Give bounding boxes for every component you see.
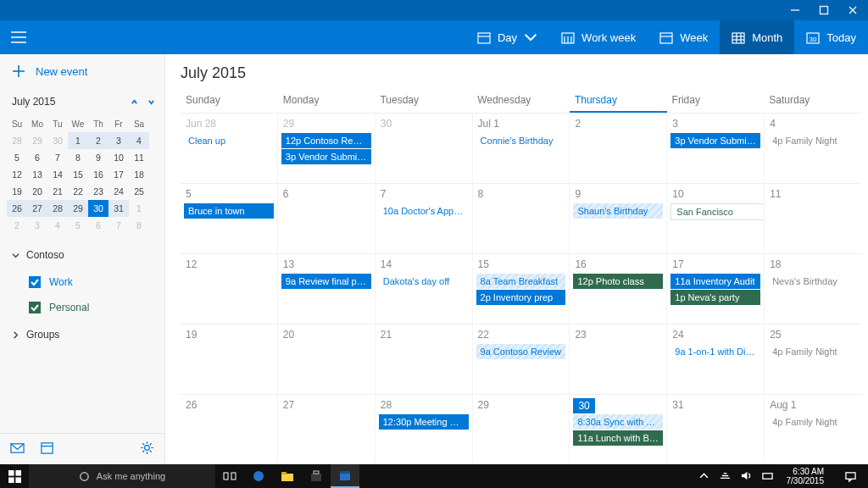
tray-chevron-icon[interactable] xyxy=(698,470,709,483)
calendar-day[interactable]: 308:30a Sync with Tony11a Lunch with Bar… xyxy=(570,395,667,464)
calendar-day[interactable]: 20 xyxy=(278,324,376,394)
calendar-event[interactable]: 2p Inventory prep xyxy=(476,290,566,305)
calendar-toggle[interactable]: Personal xyxy=(0,295,164,320)
mini-day[interactable]: 20 xyxy=(27,183,47,200)
calendar-day[interactable]: 229a Contoso Review xyxy=(473,324,570,394)
calendar-day[interactable]: 710a Doctor's Appoint xyxy=(376,184,473,253)
view-week-button[interactable]: Week xyxy=(648,20,720,54)
mini-day[interactable]: 22 xyxy=(68,183,88,200)
calendar-event[interactable]: 4p Family Night xyxy=(768,133,858,148)
view-workweek-button[interactable]: Work week xyxy=(549,20,648,54)
mini-day[interactable]: 15 xyxy=(68,166,88,183)
calendar-event[interactable]: Neva's Birthday xyxy=(768,274,858,289)
mini-day[interactable]: 2 xyxy=(7,217,27,234)
calendar-event[interactable]: Bruce in town xyxy=(184,203,274,219)
mini-day[interactable]: 24 xyxy=(108,183,129,200)
calendar-event[interactable]: 8a Team Breakfast xyxy=(476,274,566,289)
mini-day[interactable]: 28 xyxy=(7,132,27,149)
new-event-button[interactable]: New event xyxy=(0,54,164,88)
calendar-event[interactable]: 12p Photo class xyxy=(573,274,663,289)
minimize-button[interactable] xyxy=(790,5,800,15)
calendar-day[interactable]: Jun 28Clean up xyxy=(181,114,278,183)
calendar-event[interactable]: Connie's Birthday xyxy=(476,133,566,148)
calendar-day[interactable]: 31 xyxy=(667,395,765,464)
calendar-day[interactable]: 12 xyxy=(181,254,278,324)
file-explorer-button[interactable] xyxy=(273,464,302,488)
mini-day[interactable]: 5 xyxy=(68,217,88,234)
calendar-day[interactable]: 18Neva's Birthday xyxy=(765,254,861,324)
calendar-event[interactable]: 12p Contoso Review xyxy=(281,133,371,148)
calendar-event[interactable]: Clean up xyxy=(184,133,274,148)
mini-day[interactable]: 23 xyxy=(88,183,108,200)
calendar-day[interactable]: 44p Family Night xyxy=(765,114,861,183)
calendar-day[interactable]: 14Dakota's day off xyxy=(376,254,473,324)
mini-day[interactable]: 8 xyxy=(129,217,149,234)
calendar-day[interactable]: 158a Team Breakfast2p Inventory prep xyxy=(473,254,570,324)
mini-day[interactable]: 30 xyxy=(88,200,108,217)
calendar-day[interactable]: 2912p Contoso Review3p Vendor Submission… xyxy=(278,114,376,183)
mail-button[interactable] xyxy=(10,441,25,458)
calendar-day[interactable]: 2 xyxy=(570,114,667,183)
calendar-event[interactable]: 11a Lunch with Barbra xyxy=(573,430,663,446)
calendar-event[interactable]: 9a Review final project xyxy=(281,274,371,289)
calendar-day[interactable]: 30 xyxy=(376,114,473,183)
mini-prev-button[interactable] xyxy=(125,93,142,110)
mini-day[interactable]: 2 xyxy=(88,132,108,149)
action-center-button[interactable] xyxy=(837,471,863,482)
mini-day[interactable]: 13 xyxy=(27,166,47,183)
mini-day[interactable]: 19 xyxy=(7,183,27,200)
calendar-event[interactable]: 9a 1-on-1 with Diana xyxy=(670,344,760,359)
calendar-day[interactable]: 5Bruce in town xyxy=(181,184,278,253)
settings-button[interactable] xyxy=(140,441,154,458)
mini-day[interactable]: 7 xyxy=(108,217,129,234)
mini-next-button[interactable] xyxy=(142,93,159,110)
calendar-event[interactable]: 9a Contoso Review xyxy=(476,344,566,359)
mini-day[interactable]: 4 xyxy=(47,217,68,234)
mini-day[interactable]: 31 xyxy=(108,200,129,217)
taskbar-clock[interactable]: 6:30 AM 7/30/2015 xyxy=(783,467,828,485)
calendar-day[interactable]: 11 xyxy=(765,184,861,253)
calendar-day[interactable]: Jul 1Connie's Birthday xyxy=(473,114,570,183)
mini-day[interactable]: 27 xyxy=(27,200,47,217)
mini-day[interactable]: 11 xyxy=(129,149,149,166)
calendar-day[interactable]: 1612p Photo class xyxy=(570,254,667,324)
mini-day[interactable]: 12 xyxy=(7,166,27,183)
mini-day[interactable]: 16 xyxy=(88,166,108,183)
view-day-button[interactable]: Day xyxy=(465,20,549,54)
maximize-button[interactable] xyxy=(819,5,829,15)
calendar-event[interactable]: 4p Family Night xyxy=(768,344,858,359)
mini-day[interactable]: 4 xyxy=(129,132,149,149)
calendar-day[interactable]: 2812:30p Meeting with M xyxy=(376,395,473,464)
taskbar-search[interactable]: Ask me anything xyxy=(29,464,215,488)
mini-day[interactable]: 6 xyxy=(27,149,47,166)
mini-day[interactable]: 1 xyxy=(68,132,88,149)
network-icon[interactable] xyxy=(720,470,731,483)
calendar-day[interactable]: 254p Family Night xyxy=(765,324,861,394)
task-view-button[interactable] xyxy=(215,464,244,488)
mini-day[interactable]: 14 xyxy=(47,166,68,183)
calendar-event[interactable]: Dakota's day off xyxy=(379,274,469,289)
calendar-day[interactable]: 9Shaun's Birthday xyxy=(570,184,667,253)
mini-day[interactable]: 10 xyxy=(108,149,129,166)
calendar-event[interactable]: 12:30p Meeting with M xyxy=(379,414,469,430)
mini-day[interactable]: 17 xyxy=(108,166,129,183)
mini-calendar[interactable]: SuMoTuWeThFrSa28293012345678910111213141… xyxy=(0,115,164,241)
view-month-button[interactable]: Month xyxy=(720,20,794,54)
calendar-event[interactable]: 4p Family Night xyxy=(768,414,858,430)
calendar-day[interactable]: 27 xyxy=(278,395,376,464)
calendar-event[interactable]: 1p Neva's party xyxy=(670,290,760,305)
calendar-day[interactable]: 26 xyxy=(181,395,278,464)
input-icon[interactable] xyxy=(762,470,773,483)
volume-icon[interactable] xyxy=(741,470,752,483)
calendar-toggle[interactable]: Work xyxy=(0,269,164,295)
mini-day[interactable]: 28 xyxy=(47,200,68,217)
mini-day[interactable]: 18 xyxy=(129,166,149,183)
calendar-event[interactable]: 3p Vendor Submissions xyxy=(670,133,760,148)
calendar-day[interactable]: 8 xyxy=(473,184,570,253)
close-button[interactable] xyxy=(848,5,858,15)
calendar-day[interactable]: 6 xyxy=(278,184,376,253)
mini-day[interactable]: 6 xyxy=(88,217,108,234)
calendar-day[interactable]: 29 xyxy=(473,395,570,464)
calendar-event[interactable]: 11a Inventory Audit xyxy=(670,274,760,289)
mini-day[interactable]: 9 xyxy=(88,149,108,166)
